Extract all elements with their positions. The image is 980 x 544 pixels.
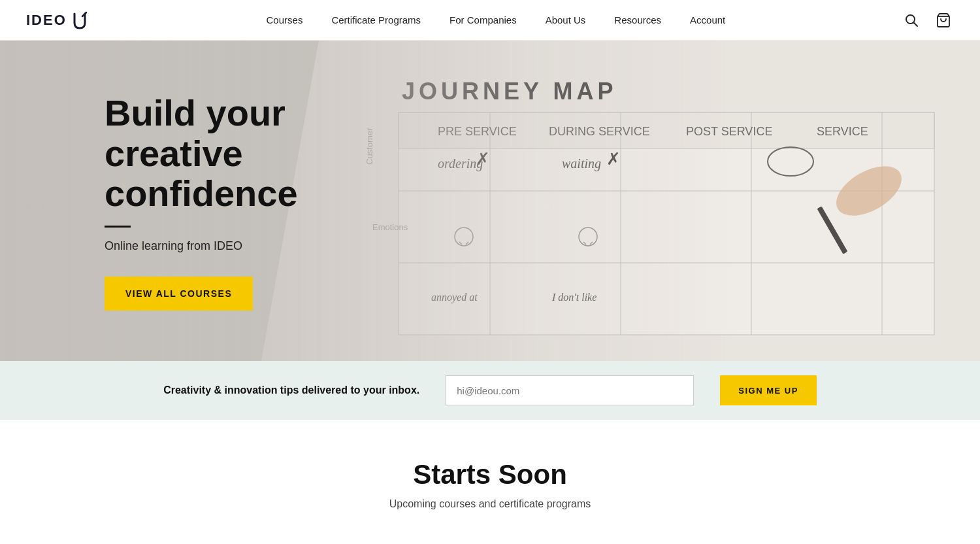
starts-soon-section: Starts Soon Upcoming courses and certifi… bbox=[0, 420, 980, 530]
nav-link-companies[interactable]: For Companies bbox=[435, 0, 531, 41]
hero-subtitle: Online learning from IDEO bbox=[105, 239, 392, 253]
view-all-courses-button[interactable]: VIEW ALL COURSES bbox=[105, 277, 253, 311]
nav-link-resources[interactable]: Resources bbox=[600, 0, 676, 41]
email-input[interactable] bbox=[446, 375, 694, 405]
search-button[interactable] bbox=[902, 10, 921, 30]
nav-item-about[interactable]: About Us bbox=[531, 0, 600, 41]
search-icon bbox=[904, 13, 919, 27]
nav-item-certificate[interactable]: Certificate Programs bbox=[317, 0, 435, 41]
nav-link-about[interactable]: About Us bbox=[531, 0, 600, 41]
course-cards-row bbox=[0, 530, 980, 544]
sign-me-up-button[interactable]: SIGN ME UP bbox=[720, 375, 817, 405]
cart-icon bbox=[936, 12, 951, 28]
navbar-actions bbox=[902, 10, 954, 31]
starts-soon-subtitle: Upcoming courses and certificate program… bbox=[26, 498, 954, 510]
logo-icon bbox=[69, 10, 90, 31]
hero-section: PRE SERVICE DURING SERVICE POST SERVICE … bbox=[0, 41, 980, 361]
logo-text: IDEO bbox=[26, 12, 67, 29]
navbar: IDEO Courses Certificate Programs For Co… bbox=[0, 0, 980, 41]
nav-item-courses[interactable]: Courses bbox=[252, 0, 318, 41]
nav-link-courses[interactable]: Courses bbox=[252, 0, 318, 41]
nav-link-certificate[interactable]: Certificate Programs bbox=[317, 0, 435, 41]
nav-item-resources[interactable]: Resources bbox=[600, 0, 676, 41]
signup-strip: Creativity & innovation tips delivered t… bbox=[0, 361, 980, 420]
nav-item-account[interactable]: Account bbox=[676, 0, 740, 41]
starts-soon-title: Starts Soon bbox=[26, 459, 954, 490]
logo[interactable]: IDEO bbox=[26, 10, 90, 31]
hero-divider bbox=[105, 226, 131, 228]
nav-item-companies[interactable]: For Companies bbox=[435, 0, 531, 41]
svg-line-2 bbox=[914, 22, 918, 26]
signup-strip-text: Creativity & innovation tips delivered t… bbox=[163, 384, 419, 396]
hero-content: Build your creative confidence Online le… bbox=[0, 41, 392, 311]
nav-menu: Courses Certificate Programs For Compani… bbox=[90, 0, 902, 41]
hero-title: Build your creative confidence bbox=[105, 93, 392, 214]
cart-button[interactable] bbox=[933, 10, 954, 31]
nav-link-account[interactable]: Account bbox=[676, 0, 740, 41]
